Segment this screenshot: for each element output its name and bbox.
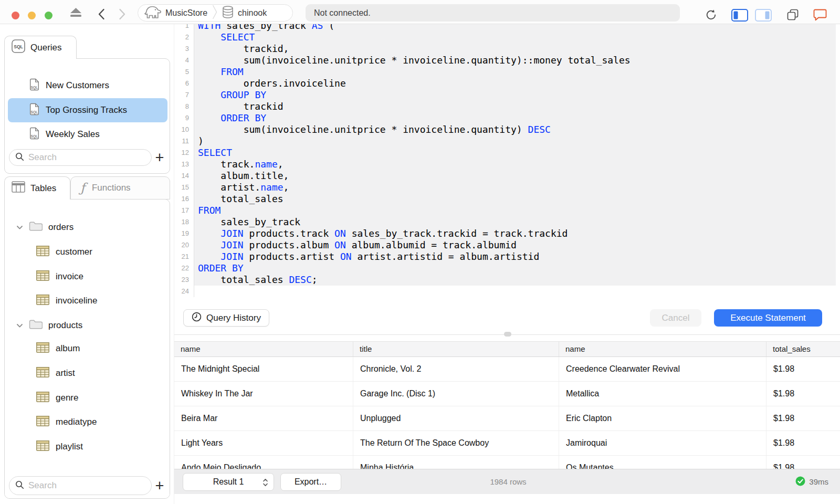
table-cell[interactable]: $1.98	[766, 431, 840, 455]
query-history-button[interactable]: Query History	[183, 309, 269, 327]
column-header[interactable]: title	[353, 342, 559, 356]
code-line[interactable]: 3 trackid,	[174, 43, 836, 55]
code-line[interactable]: 5 FROM	[174, 66, 836, 78]
tree-table-row[interactable]: genre	[5, 386, 170, 410]
add-table-button[interactable]: +	[153, 479, 166, 492]
tree-table-row[interactable]: artist	[5, 361, 170, 385]
table-cell[interactable]: $1.98	[766, 357, 840, 381]
tab-queries-label: Queries	[30, 43, 62, 53]
table-cell[interactable]: Eric Clapton	[559, 406, 766, 430]
table-cell[interactable]: The Midnight Special	[174, 357, 353, 381]
table-cell[interactable]: Jamiroquai	[559, 431, 766, 455]
tree-table-row[interactable]: playlist	[5, 435, 170, 459]
code-line[interactable]: 8 trackid	[174, 101, 836, 112]
query-item[interactable]: SQLTop Grossing Tracks	[8, 98, 167, 122]
breadcrumb-database[interactable]: chinook	[238, 8, 267, 18]
table-cell[interactable]: Unplugged	[353, 406, 559, 430]
query-item[interactable]: SQLNew Customers	[8, 74, 167, 98]
close-button[interactable]	[12, 12, 19, 19]
table-row[interactable]: Light YearsThe Return Of The Space Cowbo…	[174, 431, 840, 456]
table-cell[interactable]: Light Years	[174, 431, 353, 455]
code-line[interactable]: 11)	[174, 135, 836, 147]
table-row[interactable]: Beira MarUnpluggedEric Clapton$1.98	[174, 406, 840, 431]
new-window-icon[interactable]	[786, 8, 799, 21]
code-token: sales_by_track	[198, 216, 300, 227]
tree-table-row[interactable]: customer	[5, 240, 170, 264]
code-line[interactable]: 17FROM	[174, 205, 836, 216]
table-cell[interactable]: Creedence Clearwater Revival	[559, 357, 766, 381]
code-line[interactable]: 21 JOIN products.artist ON artist.artist…	[174, 251, 836, 262]
toggle-left-sidebar-icon[interactable]	[731, 9, 748, 22]
table-cell[interactable]: The Return Of The Space Cowboy	[353, 431, 559, 455]
export-button[interactable]: Export…	[280, 473, 341, 491]
table-row[interactable]: Whiskey In The JarGarage Inc. (Disc 1)Me…	[174, 382, 840, 406]
tree-folder-row[interactable]: orders	[5, 215, 170, 239]
code-line[interactable]: 13 track.name,	[174, 159, 836, 170]
refresh-icon[interactable]	[705, 9, 717, 21]
code-line[interactable]: 22ORDER BY	[174, 262, 836, 274]
code-line[interactable]: 15 artist.name,	[174, 182, 836, 193]
code-line[interactable]: 20 JOIN products.album ON album.albumid …	[174, 239, 836, 251]
code-line[interactable]: 4 sum(invoiceline.unitprice * invoicelin…	[174, 55, 836, 66]
table-cell[interactable]: Whiskey In The Jar	[174, 382, 353, 406]
breadcrumb-server[interactable]: MusicStore	[165, 8, 207, 18]
code-line[interactable]: 10 sum(invoiceline.unitprice * invoiceli…	[174, 124, 836, 135]
table-cell[interactable]: Chronicle, Vol. 2	[353, 357, 559, 381]
cancel-button[interactable]: Cancel	[650, 309, 701, 327]
table-cell[interactable]: Garage Inc. (Disc 1)	[353, 382, 559, 406]
code-token: FROM	[198, 205, 220, 216]
execute-statement-button[interactable]: Execute Statement	[714, 309, 822, 327]
code-line[interactable]: 2 SELECT	[174, 32, 836, 43]
table-cell[interactable]: $1.98	[766, 382, 840, 406]
code-line[interactable]: 12SELECT	[174, 147, 836, 159]
query-search-input[interactable]: Search	[9, 149, 152, 166]
tree-folder-label: products	[48, 320, 82, 331]
code-line[interactable]: 19 JOIN products.track ON sales_by_track…	[174, 228, 836, 239]
toggle-right-sidebar-icon[interactable]	[755, 9, 772, 22]
code-line[interactable]: 23 total_sales DESC;	[174, 274, 836, 286]
code-line[interactable]: 24	[174, 286, 836, 297]
back-button[interactable]	[98, 8, 105, 20]
tree-table-row[interactable]: invoice	[5, 265, 170, 289]
tree-table-label: customer	[56, 247, 92, 257]
zoom-button[interactable]	[45, 12, 52, 19]
column-header[interactable]: name	[559, 342, 766, 356]
table-cell[interactable]: Beira Mar	[174, 406, 353, 430]
tree-table-row[interactable]: invoiceline	[5, 289, 170, 313]
result-selector[interactable]: Result 1	[183, 473, 274, 491]
table-row[interactable]: The Midnight SpecialChronicle, Vol. 2Cre…	[174, 357, 840, 382]
code-line[interactable]: 9 ORDER BY	[174, 112, 836, 124]
chevron-down-icon[interactable]	[16, 320, 23, 331]
code-line[interactable]: 6 orders.invoiceline	[174, 78, 836, 89]
svg-text:SQL: SQL	[31, 110, 38, 114]
code-line[interactable]: 16 total_sales	[174, 193, 836, 205]
feedback-bubble-icon[interactable]	[813, 8, 827, 21]
tree-table-row[interactable]: mediatype	[5, 410, 170, 434]
table-cell[interactable]: $1.98	[766, 406, 840, 430]
tree-table-row[interactable]: album	[5, 337, 170, 361]
splitter-handle[interactable]	[504, 332, 511, 337]
table-cell[interactable]: Metallica	[559, 382, 766, 406]
query-item[interactable]: SQLWeekly Sales	[8, 122, 167, 146]
code-line[interactable]: 1WITH sales_by_track AS (	[174, 24, 836, 32]
tab-tables[interactable]: Tables	[4, 176, 70, 200]
forward-button[interactable]	[119, 8, 126, 20]
minimize-button[interactable]	[28, 12, 36, 19]
table-icon	[36, 367, 49, 380]
tab-functions[interactable]: ƒ Functions	[70, 176, 170, 200]
column-header[interactable]: total_sales	[766, 342, 840, 356]
eject-icon[interactable]	[69, 7, 82, 17]
code-token: total_sales	[198, 274, 289, 285]
column-header[interactable]: name	[174, 342, 353, 356]
code-line[interactable]: 7 GROUP BY	[174, 89, 836, 101]
code-line[interactable]: 14 album.title,	[174, 170, 836, 182]
chevron-down-icon[interactable]	[16, 222, 23, 233]
sql-editor[interactable]: 1WITH sales_by_track AS (2 SELECT3 track…	[174, 24, 836, 335]
code-line[interactable]: 18 sales_by_track	[174, 216, 836, 228]
tab-queries[interactable]: SQL Queries	[4, 36, 77, 59]
tree-folder-row[interactable]: products	[5, 313, 170, 338]
table-search-input[interactable]: Search	[9, 476, 152, 495]
add-query-button[interactable]: +	[153, 151, 166, 164]
line-number: 14	[174, 170, 194, 182]
breadcrumb[interactable]: MusicStore chinook	[138, 4, 293, 22]
